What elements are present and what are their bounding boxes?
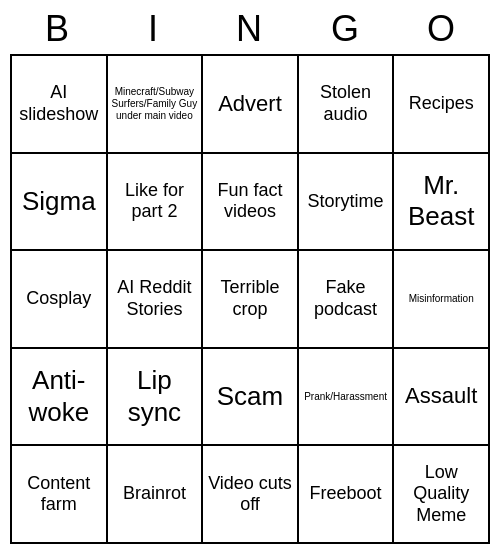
- bingo-cell: Low Quality Meme: [394, 446, 490, 544]
- bingo-cell: Minecraft/Subway Surfers/Family Guy unde…: [108, 56, 204, 154]
- bingo-cell: Like for part 2: [108, 154, 204, 252]
- bingo-cell: Brainrot: [108, 446, 204, 544]
- cell-text: Lip sync: [112, 365, 198, 427]
- cell-text: Storytime: [308, 191, 384, 213]
- bingo-cell: Anti-woke: [12, 349, 108, 447]
- bingo-cell: Freeboot: [299, 446, 395, 544]
- bingo-cell: Video cuts off: [203, 446, 299, 544]
- cell-text: Content farm: [16, 473, 102, 516]
- bingo-cell: Scam: [203, 349, 299, 447]
- cell-text: Cosplay: [26, 288, 91, 310]
- bingo-cell: Terrible crop: [203, 251, 299, 349]
- cell-text: Fun fact videos: [207, 180, 293, 223]
- cell-text: Video cuts off: [207, 473, 293, 516]
- cell-text: Freeboot: [310, 483, 382, 505]
- bingo-cell: Stolen audio: [299, 56, 395, 154]
- cell-text: AI Reddit Stories: [112, 277, 198, 320]
- cell-text: Mr. Beast: [398, 170, 484, 232]
- bingo-cell: Advert: [203, 56, 299, 154]
- cell-text: Recipes: [409, 93, 474, 115]
- cell-text: Stolen audio: [303, 82, 389, 125]
- cell-text: Terrible crop: [207, 277, 293, 320]
- bingo-cell: Misinformation: [394, 251, 490, 349]
- title-b: B: [14, 8, 102, 50]
- cell-text: Sigma: [22, 186, 96, 217]
- bingo-cell: Prank/Harassment: [299, 349, 395, 447]
- bingo-cell: Content farm: [12, 446, 108, 544]
- bingo-cell: Mr. Beast: [394, 154, 490, 252]
- bingo-cell: Lip sync: [108, 349, 204, 447]
- bingo-cell: Assault: [394, 349, 490, 447]
- bingo-cell: Fake podcast: [299, 251, 395, 349]
- bingo-cell: Sigma: [12, 154, 108, 252]
- cell-text: Minecraft/Subway Surfers/Family Guy unde…: [112, 86, 198, 122]
- cell-text: Scam: [217, 381, 283, 412]
- cell-text: Brainrot: [123, 483, 186, 505]
- cell-text: Assault: [405, 383, 477, 409]
- bingo-cell: AI slideshow: [12, 56, 108, 154]
- bingo-cell: Cosplay: [12, 251, 108, 349]
- title-i: I: [110, 8, 198, 50]
- bingo-grid: AI slideshowMinecraft/Subway Surfers/Fam…: [10, 54, 490, 544]
- cell-text: AI slideshow: [16, 82, 102, 125]
- cell-text: Advert: [218, 91, 282, 117]
- bingo-cell: Fun fact videos: [203, 154, 299, 252]
- cell-text: Misinformation: [409, 293, 474, 305]
- cell-text: Anti-woke: [16, 365, 102, 427]
- title-n: N: [206, 8, 294, 50]
- cell-text: Like for part 2: [112, 180, 198, 223]
- title-g: G: [302, 8, 390, 50]
- bingo-title: B I N G O: [10, 0, 490, 54]
- bingo-cell: AI Reddit Stories: [108, 251, 204, 349]
- cell-text: Low Quality Meme: [398, 462, 484, 527]
- bingo-cell: Recipes: [394, 56, 490, 154]
- bingo-cell: Storytime: [299, 154, 395, 252]
- cell-text: Fake podcast: [303, 277, 389, 320]
- cell-text: Prank/Harassment: [304, 391, 387, 403]
- title-o: O: [398, 8, 486, 50]
